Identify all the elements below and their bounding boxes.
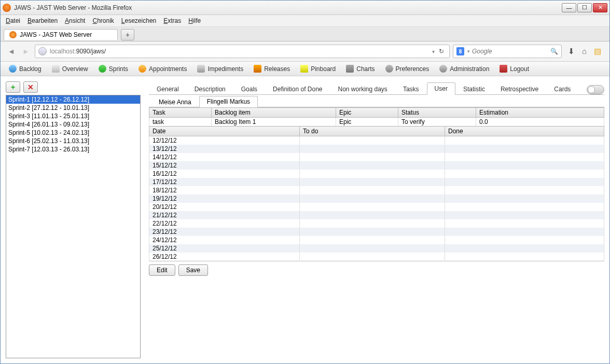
search-engine-icon[interactable]: 8: [456, 47, 464, 55]
task-header[interactable]: Backlog item: [212, 108, 336, 118]
task-table: TaskBacklog itemEpicStatusEstimation tas…: [149, 107, 604, 126]
user-tab[interactable]: Flingelli Markus: [199, 96, 258, 107]
date-row[interactable]: 17/12/12: [149, 178, 604, 186]
tab-user[interactable]: User: [427, 82, 455, 95]
toolbar-backlog-icon: [9, 65, 17, 73]
tab-cards[interactable]: Cards: [546, 83, 578, 95]
user-subtabs: Meise AnnaFlingelli Markus: [149, 95, 604, 107]
date-cell: 24/12/12: [149, 236, 300, 244]
toolbar-preferences[interactable]: Preferences: [380, 63, 435, 75]
date-row[interactable]: 14/12/12: [149, 153, 604, 161]
search-input[interactable]: [472, 48, 550, 55]
date-row[interactable]: 20/12/12: [149, 203, 604, 211]
window-minimize-button[interactable]: —: [562, 3, 576, 12]
nav-forward-button[interactable]: ►: [20, 46, 32, 57]
view-toggle[interactable]: [587, 85, 604, 94]
delete-sprint-button[interactable]: ✕: [23, 81, 38, 93]
toolbar-overview-label: Overview: [62, 65, 88, 73]
task-cell: Epic: [336, 118, 398, 127]
done-cell: [445, 228, 604, 236]
tab-retrospective[interactable]: Retrospective: [493, 83, 546, 95]
tab-goals[interactable]: Goals: [233, 83, 265, 95]
window-close-button[interactable]: ✕: [593, 3, 607, 12]
toolbar-administration[interactable]: Administration: [434, 63, 494, 75]
date-row[interactable]: 25/12/12: [149, 244, 604, 253]
toolbar-preferences-label: Preferences: [396, 65, 429, 73]
date-row[interactable]: 21/12/12: [149, 211, 604, 219]
toolbar-pinboard[interactable]: Pinboard: [295, 63, 341, 75]
sprint-item[interactable]: Sprint-2 [27.12.12 - 10.01.13]: [6, 104, 140, 112]
toolbar-charts[interactable]: Charts: [341, 63, 380, 75]
new-tab-button[interactable]: +: [121, 29, 134, 40]
toolbar-backlog-label: Backlog: [19, 65, 41, 73]
browser-tab[interactable]: JAWS - JAST Web Server: [4, 29, 118, 40]
sprint-item[interactable]: Sprint-3 [11.01.13 - 25.01.13]: [6, 112, 140, 120]
nav-back-button[interactable]: ◄: [6, 46, 17, 57]
search-submit-icon[interactable]: 🔍: [550, 48, 558, 55]
tab-description[interactable]: Description: [187, 83, 233, 95]
sprint-item[interactable]: Sprint-1 [12.12.12 - 26.12.12]: [6, 95, 140, 104]
search-dropdown-icon[interactable]: ▾: [467, 49, 470, 54]
date-header[interactable]: To do: [300, 127, 445, 136]
done-cell: [445, 161, 604, 170]
date-row[interactable]: 18/12/12: [149, 186, 604, 194]
toolbar-backlog[interactable]: Backlog: [4, 63, 47, 75]
toolbar-releases[interactable]: Releases: [248, 63, 295, 75]
tab-non-working-days[interactable]: Non working days: [330, 83, 395, 95]
task-header[interactable]: Task: [149, 108, 212, 118]
date-row[interactable]: 24/12/12: [149, 236, 604, 244]
date-cell: 20/12/12: [149, 203, 300, 211]
sprint-item[interactable]: Sprint-4 [26.01.13 - 09.02.13]: [6, 120, 140, 129]
sprint-item[interactable]: Sprint-7 [12.03.13 - 26.03.13]: [6, 145, 140, 153]
date-row[interactable]: 23/12/12: [149, 228, 604, 236]
tab-tasks[interactable]: Tasks: [395, 83, 427, 95]
todo-cell: [300, 219, 445, 228]
add-sprint-button[interactable]: +: [6, 81, 20, 93]
menu-lesezeichen[interactable]: Lesezeichen: [121, 17, 156, 24]
task-header[interactable]: Epic: [336, 108, 398, 118]
user-tab[interactable]: Meise Anna: [151, 96, 199, 107]
save-button[interactable]: Save: [178, 264, 208, 276]
bookmarks-icon[interactable]: ▤: [594, 47, 601, 56]
menu-ansicht[interactable]: Ansicht: [65, 17, 85, 24]
date-header[interactable]: Date: [149, 127, 300, 136]
toolbar-impediments[interactable]: Impediments: [192, 63, 248, 75]
sprint-item[interactable]: Sprint-5 [10.02.13 - 24.02.13]: [6, 129, 140, 137]
sprint-list[interactable]: Sprint-1 [12.12.12 - 26.12.12]Sprint-2 […: [6, 95, 141, 358]
tab-definition-of-done[interactable]: Definition of Done: [265, 83, 330, 95]
date-row[interactable]: 22/12/12: [149, 219, 604, 228]
edit-button[interactable]: Edit: [149, 264, 175, 276]
date-row[interactable]: 15/12/12: [149, 161, 604, 170]
menu-extras[interactable]: Extras: [163, 17, 181, 24]
done-cell: [445, 145, 604, 153]
date-cell: 22/12/12: [149, 219, 300, 228]
url-dropdown-icon[interactable]: ▾: [430, 49, 437, 54]
tab-statistic[interactable]: Statistic: [455, 83, 493, 95]
date-row[interactable]: 26/12/12: [149, 253, 604, 261]
home-icon[interactable]: ⌂: [582, 47, 587, 56]
menu-chronik[interactable]: Chronik: [92, 17, 114, 24]
task-header[interactable]: Status: [398, 108, 476, 118]
done-cell: [445, 236, 604, 244]
menu-hilfe[interactable]: Hilfe: [188, 17, 201, 24]
toolbar-appointments[interactable]: Appointments: [133, 63, 192, 75]
sprint-item[interactable]: Sprint-6 [25.02.13 - 11.03.13]: [6, 137, 140, 145]
window-maximize-button[interactable]: ☐: [577, 3, 592, 12]
date-row[interactable]: 16/12/12: [149, 170, 604, 178]
toolbar-logout[interactable]: Logout: [494, 63, 534, 75]
url-input[interactable]: localhost:9090/jaws/ ▾ ↻: [35, 45, 450, 58]
date-row[interactable]: 12/12/12: [149, 136, 604, 145]
date-cell: 21/12/12: [149, 211, 300, 219]
tab-general[interactable]: General: [149, 83, 187, 95]
date-row[interactable]: 13/12/12: [149, 145, 604, 153]
reload-button[interactable]: ↻: [437, 48, 446, 55]
date-header[interactable]: Done: [445, 127, 604, 136]
date-row[interactable]: 19/12/12: [149, 194, 604, 203]
toolbar-sprints[interactable]: Sprints: [93, 63, 133, 75]
menu-datei[interactable]: Datei: [6, 17, 20, 24]
search-box[interactable]: 8 ▾ 🔍: [453, 45, 562, 58]
task-header[interactable]: Estimation: [476, 108, 604, 118]
toolbar-overview[interactable]: Overview: [47, 63, 93, 75]
downloads-icon[interactable]: ⬇: [568, 47, 575, 56]
menu-bearbeiten[interactable]: Bearbeiten: [27, 17, 58, 24]
